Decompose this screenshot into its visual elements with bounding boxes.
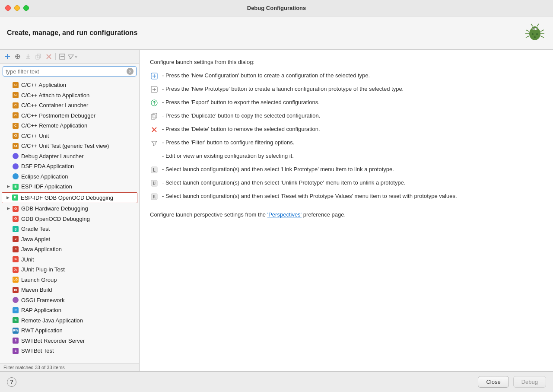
swtbot-test-icon: S: [12, 347, 19, 354]
toolbar-separator: [55, 53, 56, 60]
tree-expand-esp-idf-app[interactable]: ▶: [5, 184, 11, 190]
tree-item-esp-idf-app[interactable]: ▶ E ESP-IDF Application: [0, 182, 139, 192]
eclipse-app-icon: [12, 173, 19, 180]
tree-item-osgi-framework[interactable]: OSGi Framework: [0, 295, 139, 306]
help-button[interactable]: ?: [7, 377, 16, 387]
tree-item-rap-app[interactable]: R RAP Application: [0, 305, 139, 316]
bottom-right: Close Debug: [478, 376, 546, 388]
tree-item-gradle-test[interactable]: g Gradle Test: [0, 224, 139, 234]
svg-point-14: [532, 33, 534, 35]
tree-item-c-cpp-remote[interactable]: C C/C++ Remote Application: [0, 121, 139, 131]
instruction-export: - Press the 'Export' button to export th…: [150, 98, 543, 107]
collapse-all-button[interactable]: [57, 52, 67, 61]
perspectives-link[interactable]: 'Perspectives': [267, 211, 302, 218]
delete-button[interactable]: [44, 52, 54, 61]
minimize-window-button[interactable]: [14, 5, 20, 11]
tree-item-c-cpp-postmortem[interactable]: C C/C++ Postmortem Debugger: [0, 111, 139, 121]
tree-item-gdb-hardware[interactable]: ▶ G GDB Hardware Debugging: [0, 204, 139, 214]
tree-item-c-cpp-unit[interactable]: Ct C/C++ Unit: [0, 131, 139, 141]
export-instruction-icon: [150, 99, 159, 107]
tree-item-launch-group[interactable]: LG Launch Group: [0, 275, 139, 285]
tree-item-label: Java Application: [21, 245, 62, 254]
tree-item-eclipse-app[interactable]: Eclipse Application: [0, 172, 139, 182]
tree-item-label: Debug Adapter Launcher: [21, 152, 84, 161]
tree-item-label: RWT Application: [21, 326, 63, 335]
close-button[interactable]: Close: [478, 376, 509, 388]
tree-item-label: C/C++ Remote Application: [21, 121, 87, 130]
toolbar: [0, 50, 139, 64]
tree-item-swtbot-test[interactable]: S SWTBot Test: [0, 346, 139, 356]
tree-item-java-applet[interactable]: J Java Applet: [0, 234, 139, 245]
new-prototype-button[interactable]: [13, 52, 22, 61]
tree-item-java-app[interactable]: J Java Application: [0, 244, 139, 255]
dialog-header-title: Create, manage, and run configurations: [7, 29, 137, 37]
tree-item-remote-java[interactable]: RJ Remote Java Application: [0, 316, 139, 326]
filter-status: Filter matched 33 of 33 items: [3, 365, 65, 370]
svg-point-16: [534, 36, 536, 38]
launch-group-icon: LG: [12, 276, 19, 283]
svg-line-9: [540, 30, 544, 32]
svg-point-1: [531, 26, 538, 32]
unlink-instruction-icon: U: [150, 179, 159, 188]
junit-icon: Ju: [12, 256, 19, 263]
tree-expand-gdb-hardware[interactable]: ▶: [5, 206, 11, 212]
tree-item-gdb-openocd[interactable]: G GDB OpenOCD Debugging: [0, 214, 139, 224]
duplicate-button[interactable]: [34, 52, 43, 61]
tree-item-junit-plugin[interactable]: Ju JUnit Plug-in Test: [0, 265, 139, 275]
junit-plugin-icon: Ju: [12, 266, 19, 273]
tree-item-label: C/C++ Unit: [21, 132, 49, 140]
tree-item-dsf-pda[interactable]: DSF PDA Application: [0, 161, 139, 172]
bottom-left: ?: [7, 377, 16, 387]
maximize-window-button[interactable]: [23, 5, 29, 11]
rwt-app-icon: RW: [12, 327, 19, 334]
tree-item-maven-build[interactable]: m Maven Build: [0, 285, 139, 295]
tree-item-label: GDB OpenOCD Debugging: [21, 215, 90, 223]
close-window-button[interactable]: [5, 5, 11, 11]
svg-point-4: [533, 29, 534, 29]
osgi-framework-icon: [12, 296, 19, 303]
instruction-export-text: - Press the 'Export' button to export th…: [162, 98, 543, 107]
tree-item-label: Maven Build: [21, 286, 52, 294]
filter-dropdown[interactable]: [68, 54, 78, 60]
debug-adapter-icon: [12, 153, 19, 159]
tree-item-esp-idf-gdb[interactable]: ▶ E ESP-IDF GDB OpenOCD Debugging: [2, 192, 137, 204]
c-cpp-unit-icon: Ct: [12, 132, 19, 139]
instruction-filter: - Press the 'Filter' button to configure…: [150, 138, 543, 147]
tree-item-c-cpp-attach[interactable]: C C/C++ Attach to Application: [0, 90, 139, 101]
tree-item-junit[interactable]: Ju JUnit: [0, 255, 139, 265]
left-panel: ✕ C C/C++ Application C C/C++ Attach to …: [0, 50, 140, 371]
link-instruction-icon: L: [150, 166, 159, 174]
c-cpp-app-icon: C: [12, 82, 19, 89]
traffic-lights: [5, 5, 29, 11]
reset-instruction-icon: R: [150, 192, 159, 201]
svg-rect-24: [37, 54, 41, 58]
new-config-button[interactable]: [3, 52, 12, 61]
export-button[interactable]: [23, 52, 33, 61]
tree-item-rwt-app[interactable]: RW RWT Application: [0, 325, 139, 336]
tree-item-debug-adapter[interactable]: Debug Adapter Launcher: [0, 151, 139, 162]
tree-item-label: Gradle Test: [21, 225, 50, 233]
tree-item-label: C/C++ Attach to Application: [21, 91, 89, 100]
debug-button[interactable]: Debug: [513, 376, 546, 388]
search-box[interactable]: ✕: [3, 66, 137, 76]
tree-expand-esp-idf-gdb[interactable]: ▶: [5, 194, 11, 201]
esp-idf-gdb-icon: E: [12, 194, 19, 201]
svg-rect-20: [17, 54, 18, 59]
gdb-hardware-icon: G: [12, 205, 19, 212]
svg-text:U: U: [153, 181, 156, 186]
tree-item-c-cpp-app[interactable]: C C/C++ Application: [0, 80, 139, 90]
search-clear-button[interactable]: ✕: [127, 68, 133, 75]
tree-item-label: C/C++ Application: [21, 81, 66, 89]
tree-item-c-cpp-container[interactable]: C C/C++ Container Launcher: [0, 100, 139, 111]
dialog-header: Create, manage, and run configurations: [0, 16, 553, 50]
tree-item-c-cpp-unit-test[interactable]: Ct C/C++ Unit Test (generic Test view): [0, 141, 139, 151]
instruction-new-proto: - Press the 'New Prototype' button to cr…: [150, 85, 543, 94]
search-input[interactable]: [6, 68, 127, 75]
perspectives-prefix: Configure launch perspective settings fr…: [150, 211, 267, 218]
instruction-edit-text: - Edit or view an existing configuration…: [162, 152, 543, 160]
instruction-delete: - Press the 'Delete' button to remove th…: [150, 125, 543, 134]
tree-item-swtbot-recorder[interactable]: S SWTBot Recorder Server: [0, 336, 139, 346]
tree-item-label: Remote Java Application: [21, 316, 83, 325]
tree-item-label: GDB Hardware Debugging: [21, 204, 88, 213]
tree-item-label: JUnit: [21, 255, 34, 264]
